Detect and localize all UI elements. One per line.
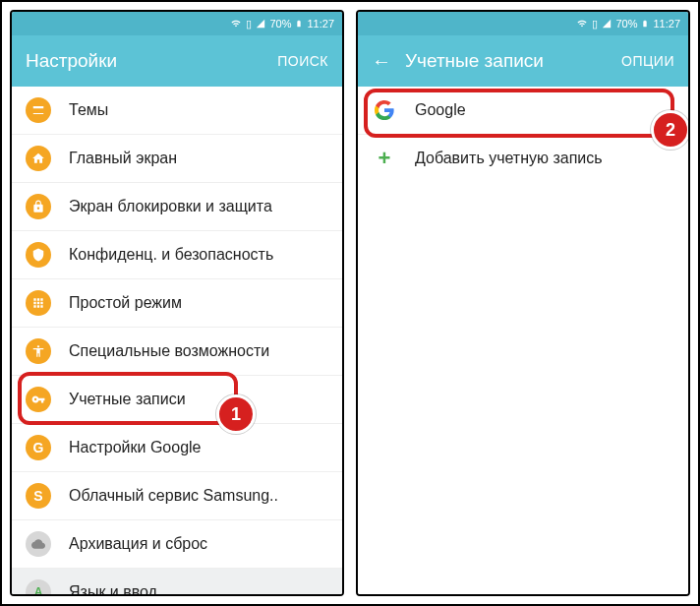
item-privacy[interactable]: Конфиденц. и безопасность <box>12 231 342 279</box>
page-title: Учетные записи <box>405 50 608 72</box>
s-letter-icon: S <box>26 483 51 509</box>
google-icon <box>374 99 395 121</box>
label: Темы <box>69 101 108 119</box>
label: Конфиденц. и безопасность <box>69 246 273 264</box>
key-icon <box>26 387 51 412</box>
label: Добавить учетную запись <box>415 150 603 167</box>
shield-icon <box>26 242 51 268</box>
sim-icon: ▯ <box>246 18 252 30</box>
label: Настройки Google <box>69 439 202 456</box>
lock-icon <box>26 194 51 219</box>
clock-text: 11:27 <box>307 18 334 30</box>
battery-icon <box>641 18 649 30</box>
page-title: Настройки <box>26 50 263 72</box>
sim-icon: ▯ <box>592 18 598 30</box>
item-add-account[interactable]: + Добавить учетную запись <box>358 135 688 182</box>
accounts-list: Google + Добавить учетную запись <box>358 87 688 594</box>
phone-right: ▯ 70% 11:27 ← Учетные записи ОПЦИИ Googl… <box>356 10 690 596</box>
item-samsung-cloud[interactable]: S Облачный сервис Samsung.. <box>12 472 342 520</box>
status-bar: ▯ 70% 11:27 <box>358 12 688 35</box>
item-lockscreen[interactable]: Экран блокировки и защита <box>12 183 342 231</box>
plus-icon: + <box>372 146 397 171</box>
label: Язык и ввод <box>69 583 157 594</box>
status-bar: ▯ 70% 11:27 <box>12 12 342 35</box>
item-backup[interactable]: Архивация и сброс <box>12 520 342 569</box>
item-easy[interactable]: Простой режим <box>12 279 342 328</box>
clock-text: 11:27 <box>653 18 680 30</box>
search-action[interactable]: ПОИСК <box>277 53 328 69</box>
label: Облачный сервис Samsung.. <box>69 487 278 505</box>
home-icon <box>26 146 51 171</box>
phone-left: ▯ 70% 11:27 Настройки ПОИСК Темы <box>10 10 344 596</box>
item-accessibility[interactable]: Специальные возможности <box>12 328 342 376</box>
appbar: Настройки ПОИСК <box>12 35 342 87</box>
label: Простой режим <box>69 294 182 312</box>
signal-icon <box>256 19 265 29</box>
item-google[interactable]: G Настройки Google <box>12 424 342 472</box>
options-action[interactable]: ОПЦИИ <box>621 53 674 69</box>
wifi-icon <box>576 19 588 29</box>
item-accounts[interactable]: Учетные записи <box>12 376 342 424</box>
appbar: ← Учетные записи ОПЦИИ <box>358 35 688 87</box>
backup-icon <box>26 531 51 557</box>
item-themes[interactable]: Темы <box>12 87 342 135</box>
label: Главный экран <box>69 150 177 167</box>
label: Экран блокировки и защита <box>69 198 272 215</box>
themes-icon <box>26 97 51 123</box>
settings-list: Темы Главный экран Экран блокировки и за… <box>12 87 342 594</box>
back-icon[interactable]: ← <box>372 51 391 71</box>
battery-text: 70% <box>269 18 291 30</box>
battery-text: 70% <box>615 18 637 30</box>
wifi-icon <box>230 19 242 29</box>
step-badge-2: 2 <box>651 110 690 150</box>
easy-icon <box>26 290 51 316</box>
signal-icon <box>602 19 612 29</box>
lang-icon: A <box>26 579 51 594</box>
item-google-account[interactable]: Google <box>358 87 688 135</box>
item-language[interactable]: A Язык и ввод <box>12 569 342 594</box>
accessibility-icon <box>26 338 51 364</box>
item-home[interactable]: Главный экран <box>12 135 342 183</box>
label: Специальные возможности <box>69 342 269 360</box>
label: Архивация и сброс <box>69 535 207 553</box>
label: Учетные записи <box>69 391 186 408</box>
label: Google <box>415 101 466 119</box>
step-badge-1: 1 <box>216 394 256 434</box>
battery-icon <box>295 18 303 30</box>
google-letter-icon: G <box>26 435 51 460</box>
